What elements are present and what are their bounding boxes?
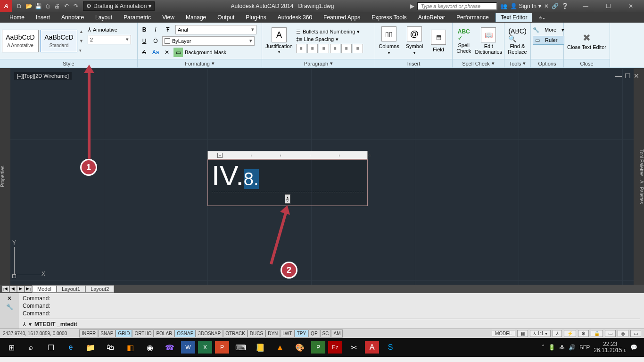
signin-button[interactable]: 👤 Sign In ▾: [510, 3, 541, 9]
workspace-switcher[interactable]: ⚙ Drafting & Annotation ▾: [83, 1, 155, 11]
calculator-icon[interactable]: ⌨: [232, 340, 249, 354]
toggle-infer[interactable]: INFER: [79, 329, 98, 337]
resize-handle[interactable]: ▲▽: [285, 194, 290, 204]
tab-manage[interactable]: Manage: [181, 13, 211, 22]
tab-next-button[interactable]: ⯈: [17, 286, 25, 292]
bullets-button[interactable]: ☰ Bullets and Numbering ▾: [296, 29, 363, 35]
panel-title-formatting[interactable]: Formatting ▾: [138, 59, 262, 67]
strike-button[interactable]: A: [140, 48, 149, 57]
toggle-qp[interactable]: QP: [308, 329, 320, 337]
toggle-ducs[interactable]: DUCS: [248, 329, 265, 337]
notes-icon[interactable]: 📒: [252, 340, 269, 354]
tray-battery-icon[interactable]: 🔋: [548, 345, 555, 351]
coordinates[interactable]: 2437.9740, 1612.0859, 0.0000: [0, 331, 70, 336]
text-ruler[interactable]: ⌐ ıııı ◇: [207, 151, 368, 159]
underline-button[interactable]: U: [140, 36, 149, 46]
bold-button[interactable]: B: [140, 25, 149, 34]
tray-volume-icon[interactable]: 🔊: [569, 345, 576, 351]
text-height-combo[interactable]: 2 ▾: [88, 35, 131, 44]
qat-new-icon[interactable]: 🗋: [15, 2, 24, 10]
toggle-polar[interactable]: POLAR: [154, 329, 174, 337]
search-input[interactable]: [417, 2, 497, 10]
command-window[interactable]: Command:Command:Command: ⅄ ▾ MTEDIT _mte…: [19, 293, 644, 329]
toggle-lwt[interactable]: LWT: [280, 329, 294, 337]
spellcheck-button[interactable]: ABC✓ Spell Check: [454, 28, 473, 54]
symbol-button[interactable]: @ Symbol ▾: [403, 26, 426, 55]
align-left-button[interactable]: ≡: [296, 44, 306, 53]
font-combo[interactable]: Arial ▾: [175, 25, 256, 34]
tab-view[interactable]: View: [157, 13, 179, 22]
align-center-button[interactable]: ≡: [307, 44, 318, 53]
command-input[interactable]: MTEDIT _mtedit: [34, 321, 77, 328]
toggle-3dosnap[interactable]: 3DOSNAP: [196, 329, 223, 337]
tab-express-tools[interactable]: Express Tools: [367, 13, 411, 22]
toggle-am[interactable]: AM: [331, 329, 343, 337]
word-icon[interactable]: W: [181, 341, 195, 354]
exchange-icon[interactable]: ✕: [544, 3, 549, 9]
layout-tab-layout1[interactable]: Layout1: [57, 285, 85, 293]
tab-prev-button[interactable]: ⯇: [9, 286, 17, 292]
columns-button[interactable]: ▯▯ Columns ▾: [377, 26, 401, 55]
tray-notifications-icon[interactable]: 💬: [630, 345, 637, 351]
tool-palettes[interactable]: Tool Palettes - All Palettes: [634, 68, 644, 285]
toggle-ortho[interactable]: ORTHO: [132, 329, 154, 337]
app-logo[interactable]: A: [0, 0, 12, 12]
cmd-close-icon[interactable]: ✕: [7, 295, 12, 302]
annovis-icon[interactable]: ⅄: [553, 330, 562, 337]
viewport-minimize-icon[interactable]: —: [615, 72, 622, 80]
edge-icon[interactable]: e: [62, 340, 79, 354]
start-button[interactable]: ⊞: [3, 340, 20, 354]
powerpoint-icon[interactable]: P: [215, 341, 229, 354]
panel-title-paragraph[interactable]: Paragraph ▾: [262, 59, 375, 67]
overline-button[interactable]: Ō: [151, 36, 160, 46]
panel-title-tools[interactable]: Tools ▾: [504, 59, 530, 67]
style-expand-icon[interactable]: ▾: [79, 48, 86, 53]
toggle-dyn[interactable]: DYN: [265, 329, 280, 337]
search-icon[interactable]: ⌕: [23, 340, 40, 354]
modelspace-button[interactable]: MODEL: [492, 330, 515, 337]
color-combo[interactable]: ByLayer ▾: [162, 36, 255, 46]
find-replace-button[interactable]: (ABC)🔍 Find & Replace: [506, 27, 528, 55]
qat-save-icon[interactable]: 💾: [34, 2, 42, 10]
cleanscreen-icon[interactable]: ▭: [630, 330, 641, 337]
toggle-sc[interactable]: SC: [320, 329, 331, 337]
tab-featured-apps[interactable]: Featured Apps: [319, 13, 365, 22]
justification-button[interactable]: A Justification ▾: [264, 27, 294, 54]
italic-button[interactable]: I: [151, 25, 160, 34]
tab-home[interactable]: Home: [5, 13, 29, 22]
toggle-snap[interactable]: SNAP: [98, 329, 116, 337]
mtext-content[interactable]: IV.8.: [212, 162, 363, 190]
toggle-osnap[interactable]: OSNAP: [174, 329, 196, 337]
mtext-editor[interactable]: ⌐ ıııı ◇ IV.8. ▲▽: [207, 151, 368, 206]
infocenter-icon[interactable]: 👥: [500, 3, 507, 9]
lock-icon[interactable]: 🔒: [591, 330, 603, 337]
isolate-icon[interactable]: ◎: [618, 330, 628, 337]
qat-saveas-icon[interactable]: ⎙: [43, 2, 52, 10]
tab-plug-ins[interactable]: Plug-ins: [241, 13, 271, 22]
qat-redo-icon[interactable]: ↷: [72, 2, 80, 10]
properties-palette[interactable]: Properties: [0, 68, 10, 285]
align-justify-button[interactable]: ≡: [330, 44, 340, 53]
explorer-icon[interactable]: 📁: [82, 340, 99, 354]
toggle-tpy[interactable]: TPY: [295, 329, 308, 337]
tray-network-icon[interactable]: 🖧: [559, 345, 565, 351]
tray-lang[interactable]: БГР: [579, 345, 590, 351]
field-button[interactable]: ▤ Field: [428, 30, 449, 52]
linespacing-button[interactable]: ‡≡ Line Spacing ▾: [296, 36, 363, 42]
close-editor-button[interactable]: ✖ Close Text Editor: [566, 32, 608, 50]
tab-parametric[interactable]: Parametric: [119, 13, 156, 22]
workspace-icon[interactable]: ⚙: [578, 330, 589, 337]
project-icon[interactable]: P: [311, 341, 325, 354]
help-icon[interactable]: ❔: [561, 3, 569, 9]
tab-annotate[interactable]: Annotate: [57, 13, 89, 22]
hardware-icon[interactable]: ▭: [605, 330, 616, 337]
clock[interactable]: 22:23 26.11.2015 г.: [594, 341, 627, 354]
align-dist2-button[interactable]: ≡: [353, 44, 363, 53]
layout-tab-model[interactable]: Model: [32, 285, 57, 293]
annoscale-button[interactable]: ⅄ 1:1 ▾: [530, 330, 551, 337]
bgmask-icon[interactable]: ▭: [173, 48, 183, 57]
viewport-label[interactable]: [–][Top][2D Wireframe]: [14, 72, 72, 80]
viewport-close-icon[interactable]: ✕: [634, 72, 639, 80]
case-button[interactable]: Aa: [151, 48, 160, 57]
style-up-icon[interactable]: ▲: [79, 29, 86, 34]
